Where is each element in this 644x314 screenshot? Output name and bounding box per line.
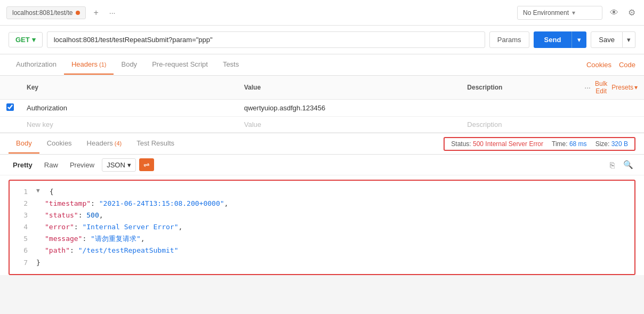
pretty-button[interactable]: Pretty: [9, 159, 37, 171]
tab-prerequest[interactable]: Pre-request Script: [144, 55, 215, 75]
time-label: Time: 68 ms: [552, 140, 587, 148]
json-line-2: 2 "timestamp": "2021-06-24T13:15:08.200+…: [18, 198, 626, 210]
col-value-header: Value: [238, 76, 461, 100]
environment-select[interactable]: No Environment ▾: [517, 6, 602, 20]
chevron-down-icon: ▾: [572, 9, 575, 17]
size-value: 320 B: [611, 140, 628, 148]
json-chevron-icon: ▾: [127, 161, 131, 169]
preview-button[interactable]: Preview: [66, 159, 99, 171]
col-key-header: Key: [20, 76, 238, 100]
json-line-5: 5 "message": "请勿重复请求",: [18, 233, 626, 245]
more-tabs-button[interactable]: ···: [106, 6, 119, 19]
key-cell: Authorization: [20, 100, 238, 117]
tab-label: localhost:8081/test/te: [12, 9, 73, 17]
gear-icon[interactable]: ⚙: [626, 5, 638, 20]
add-tab-button[interactable]: +: [90, 6, 101, 20]
new-desc-placeholder: Description: [467, 120, 502, 128]
response-tab-test-results[interactable]: Test Results: [129, 134, 182, 154]
json-line-1: 1 ▼ {: [18, 186, 626, 198]
json-line-6: 6 "path": "/test/testRepeatSubmit": [18, 245, 626, 256]
cookies-link[interactable]: Cookies: [586, 61, 611, 69]
status-box: Status: 500 Internal Server Error Time: …: [444, 137, 635, 151]
method-button[interactable]: GET ▾: [9, 32, 43, 47]
headers-table: Key Value Description ··· Bulk Edit Pres…: [0, 76, 644, 133]
new-row: New key Value Description: [0, 117, 644, 133]
tab-authorization[interactable]: Authorization: [9, 55, 64, 75]
url-bar: GET ▾ Params Send ▾ Save ▾: [0, 26, 644, 54]
time-value: 68 ms: [569, 140, 587, 148]
response-tab-cookies[interactable]: Cookies: [39, 134, 79, 154]
response-toolbar: Pretty Raw Preview JSON ▾ ⇌ ⎘ 🔍: [0, 155, 644, 175]
status-value: 500 Internal Server Error: [473, 140, 543, 148]
size-label: Size: 320 B: [595, 140, 628, 148]
send-dropdown-button[interactable]: ▾: [571, 31, 586, 48]
response-tab-body[interactable]: Body: [9, 134, 39, 154]
save-group: Save ▾: [591, 31, 635, 48]
eye-icon[interactable]: 👁: [608, 6, 621, 20]
status-label: Status: 500 Internal Server Error: [451, 140, 543, 148]
raw-button[interactable]: Raw: [40, 159, 62, 171]
bulk-edit-button[interactable]: Bulk Edit: [595, 80, 607, 95]
description-cell: [461, 100, 578, 117]
method-chevron-icon: ▾: [32, 36, 36, 44]
tab-body[interactable]: Body: [114, 55, 144, 75]
json-line-4: 4 "error": "Internal Server Error",: [18, 221, 626, 233]
send-button[interactable]: Send: [534, 31, 572, 48]
code-link[interactable]: Code: [619, 61, 635, 69]
response-tabs-row: Body Cookies Headers(4) Test Results Sta…: [0, 133, 644, 155]
json-format-select[interactable]: JSON ▾: [102, 158, 136, 172]
search-button[interactable]: 🔍: [621, 158, 635, 172]
presets-button[interactable]: Presets ▾: [611, 84, 638, 91]
new-key-placeholder: New key: [27, 120, 53, 128]
presets-chevron-icon: ▾: [634, 84, 638, 91]
response-section: Body Cookies Headers(4) Test Results Sta…: [0, 133, 644, 275]
wrap-icon: ⇌: [143, 160, 150, 169]
save-dropdown-button[interactable]: ▾: [623, 31, 635, 48]
copy-button[interactable]: ⎘: [608, 158, 617, 172]
browser-tab[interactable]: localhost:8081/test/te: [6, 6, 86, 19]
tabs-right-actions: Cookies Code: [586, 61, 635, 69]
headers-section: Key Value Description ··· Bulk Edit Pres…: [0, 76, 644, 133]
method-label: GET: [15, 36, 30, 44]
send-group: Send ▾: [534, 31, 587, 48]
top-bar-right: No Environment ▾ 👁 ⚙: [517, 5, 638, 20]
toolbar-right: ⎘ 🔍: [608, 158, 635, 172]
request-tabs-row: Authorization Headers(1) Body Pre-reques…: [0, 54, 644, 76]
response-tab-headers[interactable]: Headers(4): [79, 134, 130, 154]
row-checkbox[interactable]: [6, 103, 14, 111]
top-bar: localhost:8081/test/te + ··· No Environm…: [0, 0, 644, 26]
table-row: Authorization qwertyuiop.asdfgh.123456: [0, 100, 644, 117]
response-status-area: Status: 500 Internal Server Error Time: …: [444, 137, 635, 151]
params-button[interactable]: Params: [489, 31, 529, 48]
col-description-header: Description: [461, 76, 578, 100]
wrap-button[interactable]: ⇌: [139, 158, 154, 171]
tab-headers[interactable]: Headers(1): [64, 55, 114, 75]
json-line-3: 3 "status": 500,: [18, 210, 626, 221]
new-value-placeholder: Value: [244, 120, 261, 128]
url-input[interactable]: [47, 31, 485, 48]
save-button[interactable]: Save: [591, 31, 623, 48]
value-cell: qwertyuiop.asdfgh.123456: [238, 100, 461, 117]
more-options-button[interactable]: ···: [584, 83, 591, 92]
env-label: No Environment: [523, 9, 569, 17]
tab-tests[interactable]: Tests: [215, 55, 246, 75]
json-line-7: 7 }: [18, 257, 626, 269]
json-output: 1 ▼ { 2 "timestamp": "2021-06-24T13:15:0…: [9, 180, 635, 275]
tab-dot: [76, 11, 80, 15]
